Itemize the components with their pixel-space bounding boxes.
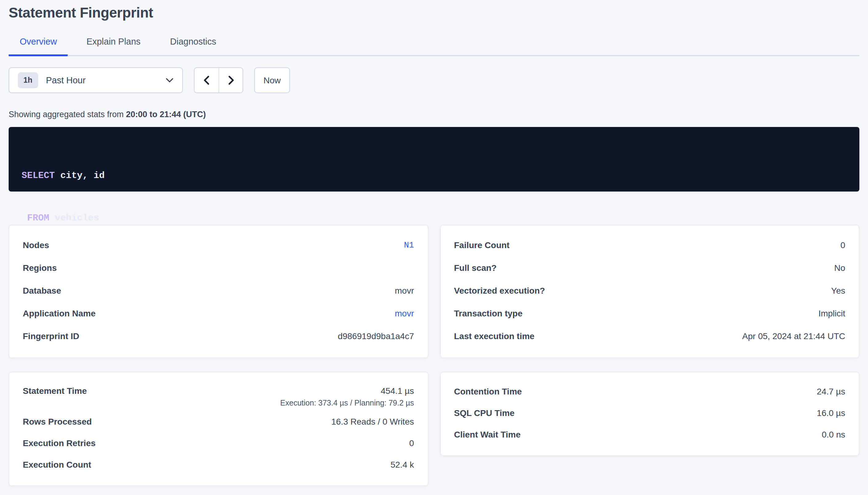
row-label: Nodes [23, 240, 49, 250]
row-value: 454.1 µs [381, 386, 414, 395]
row-value: 16.3 Reads / 0 Writes [331, 416, 414, 426]
time-range-label: Past Hour [46, 75, 166, 85]
row-value: 52.4 k [391, 460, 414, 470]
table-row: Rows Processed 16.3 Reads / 0 Writes [23, 411, 414, 432]
time-range-dropdown[interactable]: 1h Past Hour [9, 67, 183, 93]
row-value: 24.7 µs [817, 387, 845, 396]
row-label: Contention Time [454, 387, 522, 396]
time-interval-arrows [194, 67, 243, 93]
row-label: Full scan? [454, 263, 496, 273]
table-row: Nodes N1 [23, 234, 414, 256]
table-row: Contention Time 24.7 µs [454, 381, 845, 402]
stats-cards-grid: Nodes N1 Regions Database movr Applicati… [9, 224, 859, 486]
aggregated-stats-text: Showing aggregated stats from 20:00 to 2… [9, 109, 859, 119]
row-label: Regions [23, 263, 56, 273]
card-overview-right: Failure Count 0 Full scan? No Vectorized… [440, 224, 859, 358]
row-label: Failure Count [454, 240, 509, 250]
last-execution-time-value: Apr 05, 2024 at 21:44 UTC [742, 331, 845, 341]
chevron-down-icon [166, 78, 174, 82]
aggregated-stats-prefix: Showing aggregated stats from [9, 109, 126, 119]
row-value: No [834, 263, 845, 273]
row-value: Implicit [818, 308, 845, 318]
tab-bar: Overview Explain Plans Diagnostics [9, 37, 859, 56]
table-row: Execution Retries 0 [23, 432, 414, 454]
sql-keyword: FROM [27, 213, 49, 223]
row-value: movr [395, 286, 414, 295]
row-value: 0.0 ns [822, 429, 845, 439]
table-row: Fingerprint ID d986919d9ba1a4c7 [23, 325, 414, 347]
row-label: Application Name [23, 308, 96, 318]
row-value: 0 [840, 240, 845, 250]
fingerprint-id-value: d986919d9ba1a4c7 [338, 331, 414, 341]
prev-interval-button[interactable] [195, 68, 218, 92]
chevron-right-icon [228, 75, 234, 85]
row-label: Statement Time [23, 386, 87, 395]
card-timing-right: Contention Time 24.7 µs SQL CPU Time 16.… [440, 371, 859, 456]
statement-fingerprint-page: Statement Fingerprint Overview Explain P… [0, 5, 868, 486]
row-label: SQL CPU Time [454, 408, 515, 418]
row-label: Last execution time [454, 331, 534, 341]
time-range-badge: 1h [18, 72, 38, 88]
app-name-link[interactable]: movr [395, 308, 414, 318]
table-row: Database movr [23, 279, 414, 302]
table-row: Application Name movr [23, 302, 414, 325]
row-label: Database [23, 286, 61, 295]
row-value: 16.0 µs [817, 408, 845, 418]
table-row: Client Wait Time 0.0 ns [454, 424, 845, 445]
row-label: Execution Retries [23, 438, 96, 448]
node-link[interactable]: N1 [404, 240, 414, 250]
table-row: Statement Time 454.1 µs Execution: 373.4… [23, 381, 414, 411]
sql-line: FROM vehicles [21, 211, 847, 225]
table-row: Transaction type Implicit [454, 302, 845, 325]
tab-explain-plans[interactable]: Explain Plans [76, 37, 152, 56]
sql-keyword: SELECT [21, 170, 55, 181]
sql-line: SELECT city, id [21, 169, 847, 183]
row-value: 0 [409, 438, 414, 448]
statement-time-breakdown: Execution: 373.4 µs / Planning: 79.2 µs [280, 398, 414, 407]
next-interval-button[interactable] [218, 68, 243, 92]
card-overview-left: Nodes N1 Regions Database movr Applicati… [9, 224, 428, 358]
aggregated-stats-range: 20:00 to 21:44 (UTC) [126, 109, 206, 119]
now-button[interactable]: Now [254, 67, 290, 93]
table-row: Failure Count 0 [454, 234, 845, 256]
table-row: Regions [23, 256, 414, 279]
row-value: Yes [831, 286, 845, 295]
page-title: Statement Fingerprint [9, 5, 859, 21]
row-label: Execution Count [23, 460, 91, 470]
table-row: Vectorized execution? Yes [454, 279, 845, 302]
tab-overview[interactable]: Overview [9, 37, 68, 56]
sql-statement-box: SELECT city, id FROM vehicles WHERE city… [9, 127, 859, 191]
row-label: Vectorized execution? [454, 286, 545, 295]
table-row: Full scan? No [454, 256, 845, 279]
row-label: Rows Processed [23, 416, 92, 426]
card-timing-left: Statement Time 454.1 µs Execution: 373.4… [9, 371, 428, 486]
table-row: Last execution time Apr 05, 2024 at 21:4… [454, 325, 845, 347]
row-label: Client Wait Time [454, 429, 521, 439]
table-row: Execution Count 52.4 k [23, 454, 414, 475]
tab-diagnostics[interactable]: Diagnostics [159, 37, 228, 56]
table-row: SQL CPU Time 16.0 µs [454, 402, 845, 424]
row-label: Transaction type [454, 308, 523, 318]
chevron-left-icon [203, 75, 210, 85]
time-controls: 1h Past Hour Now [9, 67, 859, 93]
row-label: Fingerprint ID [23, 331, 79, 341]
statement-time-values: 454.1 µs Execution: 373.4 µs / Planning:… [280, 386, 414, 407]
